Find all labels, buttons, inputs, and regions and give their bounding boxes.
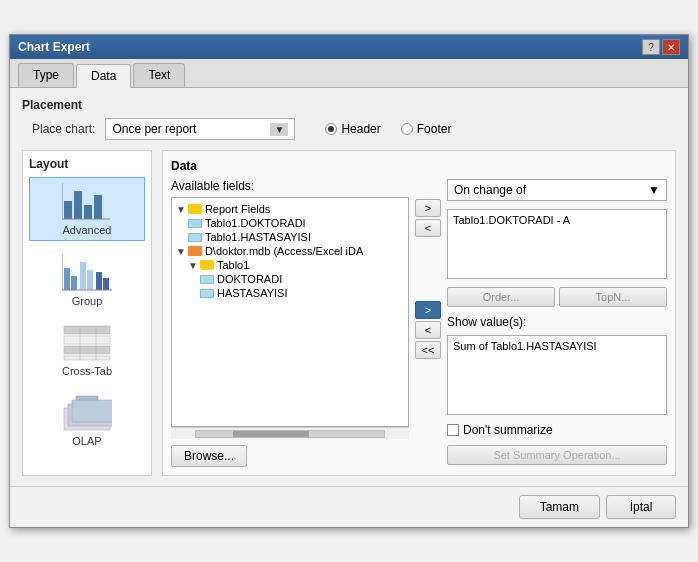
dialog-body: Placement Place chart: Once per report ▼… [10,88,688,486]
horizontal-scrollbar[interactable] [171,427,409,439]
group-label: Group [72,295,103,307]
header-radio-circle [325,123,337,135]
tree-report-fields[interactable]: ▼ Report Fields [176,202,404,216]
layout-panel: Layout Advanced [22,150,152,476]
remove-all-button[interactable]: << [415,341,441,359]
crosstab-label: Cross-Tab [62,365,112,377]
expand-db-icon[interactable]: ▼ [176,246,186,257]
tree-db-doktor[interactable]: ▼ D\doktor.mdb (Access/Excel iDA [176,244,404,258]
layout-item-olap[interactable]: OLAP [29,389,145,451]
place-chart-value: Once per report [112,122,196,136]
svg-rect-1 [74,191,82,219]
layout-item-crosstab[interactable]: Cross-Tab [29,319,145,381]
field-icon [188,233,202,242]
svg-rect-16 [64,346,110,354]
place-chart-dropdown[interactable]: Once per report ▼ [105,118,295,140]
svg-rect-23 [76,396,98,400]
report-fields-label: Report Fields [205,203,270,215]
on-change-row: On change of ▼ [447,179,667,201]
layout-item-group[interactable]: Group [29,249,145,311]
placement-label: Placement [22,98,676,112]
group-icon [62,253,112,293]
show-values-label: Show value(s): [447,315,667,329]
header-footer-radio-group: Header Footer [325,122,451,136]
layout-item-advanced[interactable]: Advanced [29,177,145,241]
ok-button[interactable]: Tamam [519,495,600,519]
set-summary-button[interactable]: Set Summary Operation... [447,445,667,465]
expand-report-fields-icon[interactable]: ▼ [176,204,186,215]
tablo1-label: Tablo1 [217,259,249,271]
olap-chart-svg [62,394,112,432]
crosstab-chart-svg [62,324,112,362]
cancel-button[interactable]: İptal [606,495,676,519]
footer-radio[interactable]: Footer [401,122,452,136]
on-change-dropdown[interactable]: On change of ▼ [447,179,667,201]
footer-row: Tamam İptal [10,486,688,527]
tree-tablo1-doktoradi[interactable]: Tablo1.DOKTORADI [176,216,404,230]
place-chart-label: Place chart: [32,122,95,136]
dont-summarize-checkbox[interactable] [447,424,459,436]
add-arrow-button[interactable]: > [415,199,441,217]
on-change-listbox[interactable]: Tablo1.DOKTORADI - A [447,209,667,279]
right-panel: On change of ▼ Tablo1.DOKTORADI - A Orde… [447,179,667,467]
browse-button[interactable]: Browse... [171,445,247,467]
placement-section: Placement Place chart: Once per report ▼… [22,98,676,140]
order-button[interactable]: Order... [447,287,555,307]
db-doktor-label: D\doktor.mdb (Access/Excel iDA [205,245,363,257]
available-fields-tree[interactable]: ▼ Report Fields Tablo1.DOKTORADI Tablo1.… [171,197,409,427]
title-controls: ? ✕ [642,39,680,55]
olap-icon [62,393,112,433]
add-show-value-button[interactable]: > [415,301,441,319]
title-bar: Chart Expert ? ✕ [10,35,688,59]
available-fields-section: Available fields: ▼ Report Fields Tablo1… [171,179,409,467]
tab-text[interactable]: Text [133,63,185,87]
svg-rect-0 [64,201,72,219]
help-button[interactable]: ? [642,39,660,55]
placement-row: Place chart: Once per report ▼ Header Fo… [22,118,676,140]
footer-radio-circle [401,123,413,135]
svg-rect-7 [71,276,77,290]
tab-data[interactable]: Data [76,64,131,88]
olap-label: OLAP [72,435,101,447]
tree-tablo1-hastasayisi[interactable]: Tablo1.HASTASAYISI [176,230,404,244]
dont-summarize-label: Don't summarize [463,423,553,437]
header-label: Header [341,122,380,136]
main-row: Layout Advanced [22,150,676,476]
tree-tablo1[interactable]: ▼ Tablo1 [176,258,404,272]
advanced-chart-svg [62,183,112,221]
svg-rect-8 [80,262,86,290]
svg-rect-15 [64,336,110,344]
order-topn-row: Order... TopN... [447,287,667,307]
topn-button[interactable]: TopN... [559,287,667,307]
layout-label: Layout [29,157,145,171]
svg-rect-22 [72,400,112,422]
dropdown-arrow-icon: ▼ [270,123,288,136]
remove-arrow-button[interactable]: < [415,219,441,237]
footer-label: Footer [417,122,452,136]
tree-hastasayisi[interactable]: HASTASAYISI [176,286,404,300]
show-value-sum-hastasayisi[interactable]: Sum of Tablo1.HASTASAYISI [451,339,663,353]
on-change-item-tablo1-doktoradi[interactable]: Tablo1.DOKTORADI - A [451,213,663,227]
data-inner: Available fields: ▼ Report Fields Tablo1… [171,179,667,467]
on-change-dropdown-arrow-icon: ▼ [648,183,660,197]
tab-type[interactable]: Type [18,63,74,87]
svg-rect-6 [64,268,70,290]
dont-summarize-row: Don't summarize [447,423,667,437]
expand-tablo1-icon[interactable]: ▼ [188,260,198,271]
header-radio[interactable]: Header [325,122,380,136]
field-icon-doktoradi [200,275,214,284]
svg-rect-11 [103,278,109,290]
tree-doktoradi[interactable]: DOKTORADI [176,272,404,286]
on-change-label: On change of [454,183,526,197]
available-fields-label: Available fields: [171,179,409,193]
advanced-label: Advanced [63,224,112,236]
svg-rect-3 [94,195,102,219]
table-folder-icon [200,260,214,270]
data-panel-title: Data [171,159,667,173]
svg-rect-2 [84,205,92,219]
close-button[interactable]: ✕ [662,39,680,55]
show-values-listbox[interactable]: Sum of Tablo1.HASTASAYISI [447,335,667,415]
remove-show-value-button[interactable]: < [415,321,441,339]
svg-rect-9 [87,270,93,290]
advanced-icon [62,182,112,222]
